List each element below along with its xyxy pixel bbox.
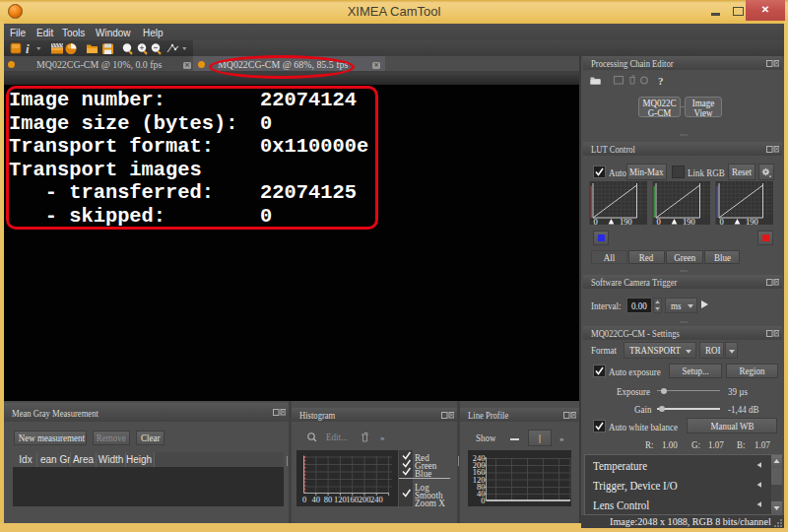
- svg-text:190: 190: [683, 217, 695, 226]
- svg-text:120: 120: [334, 495, 347, 504]
- svg-text:240: 240: [370, 495, 383, 504]
- svg-text:200: 200: [359, 495, 371, 504]
- svg-text:190: 190: [746, 217, 758, 226]
- svg-text:0: 0: [720, 217, 724, 226]
- svg-text:Zoom X: Zoom X: [415, 498, 445, 508]
- svg-text:0: 0: [657, 217, 661, 226]
- svg-text:?: ?: [658, 75, 664, 87]
- svg-text:»: »: [380, 432, 385, 442]
- svg-text:0: 0: [481, 496, 485, 505]
- svg-text:Edit...: Edit...: [326, 432, 348, 443]
- svg-text:i: i: [26, 41, 30, 56]
- svg-text:160: 160: [346, 495, 359, 504]
- svg-text:0: 0: [594, 217, 598, 226]
- svg-text:190: 190: [620, 217, 632, 226]
- svg-text:80: 80: [324, 495, 333, 504]
- svg-text:40: 40: [312, 495, 321, 504]
- svg-text:0: 0: [302, 495, 306, 504]
- svg-text:Blue: Blue: [415, 468, 431, 479]
